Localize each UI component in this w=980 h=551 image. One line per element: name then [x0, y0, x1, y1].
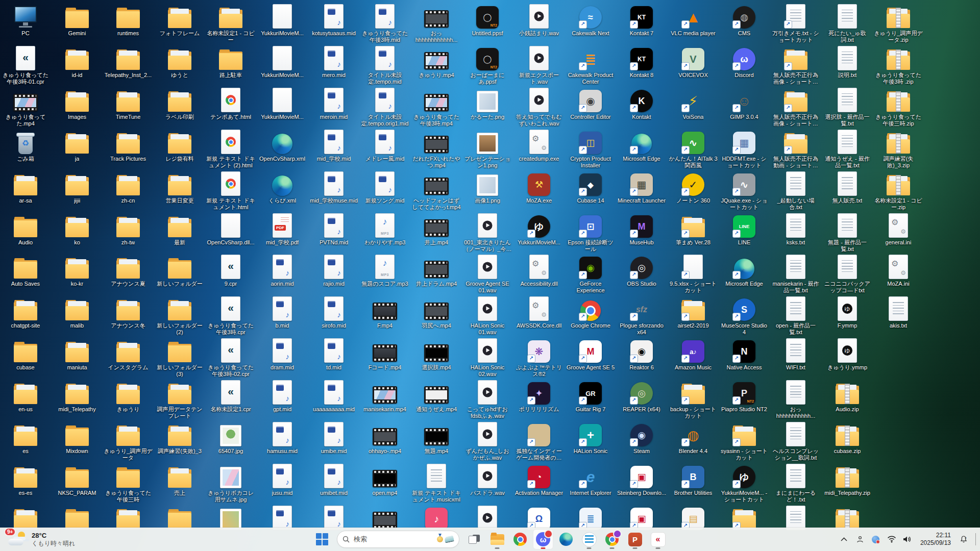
desktop-icon[interactable]: M↗Groove Agent SE 5	[566, 338, 615, 371]
desktop-icon[interactable]: 名称未設定1 - コピー	[206, 4, 255, 43]
desktop-icon[interactable]: YukkuriMovieM...	[258, 4, 307, 37]
desktop-icon[interactable]: インスタグラム	[104, 338, 153, 371]
desktop-icon[interactable]: «きゅうり食ってた午後3時-02.cpr	[206, 338, 255, 378]
desktop-icon[interactable]: おっhhhhhhhhhhh...	[771, 380, 820, 419]
desktop-icon[interactable]: ◆↗Cubase 14	[566, 171, 615, 204]
desktop-icon[interactable]: ♪kotusytuaaus.mid	[309, 4, 358, 37]
desktop-icon[interactable]: N↗Native Access	[720, 338, 769, 371]
desktop-icon[interactable]: きゅうり_調声用データ	[104, 422, 153, 461]
desktop-icon[interactable]: ヘルスコンプレッション__歌詞.txt	[771, 422, 820, 461]
desktop-icon[interactable]: ↗無人販売不正行為画像 - ショートカット	[771, 88, 820, 127]
desktop-icon[interactable]: ko	[53, 213, 102, 246]
desktop-icon[interactable]: es-es	[1, 464, 50, 496]
desktop-icon[interactable]: 調声練習(失敗)_3	[155, 422, 204, 455]
desktop-icon[interactable]: ◎↗OBS Studio	[617, 255, 666, 287]
taskbar-weather-widget[interactable]: 9+ 28°C くもり時々晴れ	[3, 528, 80, 551]
desktop-icon[interactable]: きゅうり食ってた午後3時.mp4	[412, 88, 461, 127]
desktop-icon[interactable]: id-id	[53, 46, 102, 79]
desktop-icon[interactable]: Gemini	[53, 4, 102, 37]
desktop-icon[interactable]: ♪mid_学校muse.mid	[309, 171, 358, 204]
desktop-icon[interactable]: M↗MuseHub	[617, 213, 666, 246]
desktop-icon[interactable]: ↗Microsoft Edge	[617, 130, 666, 162]
desktop-icon[interactable]: ♪dram.mid	[258, 338, 307, 371]
desktop-icon[interactable]: Telepathy_Inst_2...	[104, 46, 153, 79]
desktop-icon[interactable]: きゅうり食ってた午後三時	[104, 464, 153, 503]
cubase-button[interactable]: «	[648, 529, 668, 549]
desktop-icon[interactable]: 路上駐車	[206, 46, 255, 79]
desktop-icon[interactable]: 小銭詰まり.wav	[514, 4, 564, 37]
desktop-icon[interactable]: ohhayo-.mp4	[360, 422, 409, 455]
desktop-icon[interactable]: きゅうりボカコレ用サムネ.jpg	[206, 464, 255, 503]
show-desktop-button[interactable]	[975, 533, 976, 545]
task-view-button[interactable]	[464, 529, 484, 549]
desktop-icon[interactable]: 新しいフォルダー	[155, 255, 204, 287]
desktop-icon[interactable]: ❋↗ぷよぷよ™テトリス®2	[514, 338, 564, 378]
desktop-icon[interactable]: open - 親作品一覧.txt	[771, 296, 820, 336]
desktop-icon[interactable]: アナウンス夏	[104, 255, 153, 287]
desktop-icon[interactable]: PDFmid_学校.pdf	[258, 213, 307, 246]
desktop-icon[interactable]: a♪↗Amazon Music	[669, 338, 718, 371]
desktop-icon[interactable]: ↗Google Chrome	[566, 296, 615, 329]
taskbar-clock[interactable]: 22:11 2025/09/13	[916, 532, 955, 547]
desktop-icon[interactable]: 最新	[155, 213, 204, 246]
desktop-icon[interactable]: ♪meroin.mid	[309, 88, 358, 120]
desktop-icon[interactable]: 井上ドラム.mp4	[412, 255, 461, 287]
desktop-icon[interactable]: Audio	[1, 213, 50, 246]
desktop-icon[interactable]: きゅうり	[104, 380, 153, 413]
desktop-icon[interactable]: B↗Brother Utilities	[669, 464, 718, 496]
desktop-icon[interactable]: ≣↗Cakewalk Product Center	[566, 46, 615, 85]
desktop-icon[interactable]: ♪td.mid	[309, 338, 358, 371]
desktop-icon[interactable]: ヘッドフォンはずしててよかっt.mp4	[412, 171, 461, 211]
discord-button[interactable]: ω	[533, 529, 553, 549]
desktop-icon[interactable]: 死にたい_ゅ歌詞.txt	[823, 4, 872, 43]
desktop-icon[interactable]: +↗HALion Sonic	[566, 422, 615, 455]
desktop-icon[interactable]: ◉↗Controller Editor	[566, 88, 615, 120]
desktop-icon[interactable]: 羽尻へ.mp4	[412, 296, 461, 329]
desktop-icon[interactable]: プレゼンテーション1.png	[463, 130, 512, 169]
desktop-icon[interactable]: ♪PVTNd.mid	[309, 213, 358, 246]
desktop-icon[interactable]: 新しいフォルダー (3)	[155, 338, 204, 378]
desktop-icon[interactable]: フォトフレーム	[155, 4, 204, 37]
chevron-up-icon[interactable]	[837, 532, 851, 547]
desktop-icon[interactable]: おっhhhhhhhhhhhh...	[412, 4, 461, 43]
notification-bell-dnd-icon[interactable]: z	[957, 532, 971, 547]
desktop-icon[interactable]: こってゅhdすおfdsbふぁ.wav	[463, 380, 512, 419]
file-explorer-button[interactable]	[487, 529, 507, 549]
desktop-icon[interactable]: midi_Telepathy	[53, 380, 102, 413]
desktop-icon[interactable]: ◉↗Steam	[617, 422, 666, 455]
desktop-icon[interactable]: ▦↗HDDFMT.exe - ショートカット	[720, 130, 769, 169]
desktop-icon[interactable]: 新規エクスポート.wav	[514, 46, 564, 85]
desktop-icon[interactable]: ↗無人販売不正行為動画 - ショートカット	[771, 130, 820, 169]
desktop-icon[interactable]: ◎↗REAPER (x64)	[617, 380, 666, 413]
desktop-icon[interactable]: ksks.txt	[771, 213, 820, 246]
person-icon[interactable]	[853, 532, 867, 547]
desktop-icon[interactable]: ♪きゅうり食ってた午後3時.mid	[360, 4, 409, 43]
desktop-icon[interactable]: ゆ↗YukkuriMovieM... - ショートカット	[720, 464, 769, 503]
desktop-icon[interactable]: ♪uaaaaaaaaa.mid	[309, 380, 358, 413]
chrome-button[interactable]	[510, 529, 530, 549]
desktop-icon[interactable]: ar-sa	[1, 171, 50, 204]
desktop-icon[interactable]: 新規 テキスト ドキュメント.html	[206, 171, 255, 211]
desktop-icon[interactable]: cubase.zip	[823, 422, 872, 455]
desktop-icon[interactable]: ↗9.5.xlsx - ショートカット	[669, 255, 718, 294]
desktop-icon[interactable]: ↗Microsoft Edge	[720, 255, 769, 287]
desktop-icon[interactable]: ゆうと	[155, 46, 204, 79]
desktop-icon[interactable]: ↗無人販売不正行為画像 - ショートカッ...	[771, 46, 820, 85]
desktop-icon[interactable]: _起動しない場合.txt	[771, 171, 820, 211]
desktop-icon[interactable]: malib	[53, 296, 102, 329]
desktop-icon[interactable]: LINE↗LINE	[720, 213, 769, 246]
desktop-icon[interactable]: Auto Saves	[1, 255, 50, 287]
desktop-icon[interactable]: 売上	[155, 464, 204, 496]
desktop-icon[interactable]: 画像1.png	[463, 171, 512, 204]
desktop-icon[interactable]: ずんだもん_しおかぜふ.wav	[463, 422, 512, 461]
volume-icon[interactable]	[900, 532, 915, 547]
desktop-icon[interactable]: ⚙⚙AWSSDK.Core.dll	[514, 296, 564, 329]
desktop-icon[interactable]: ゆきゅうり.ymmp	[823, 338, 872, 371]
desktop-icon[interactable]: midi_Telepathy.zip	[823, 464, 872, 496]
desktop-icon[interactable]: きゅうり食ってた午後3時 .zip	[874, 46, 923, 85]
desktop-icon[interactable]: ニコニコバックアップコ―ドtxt	[823, 255, 872, 294]
desktop-icon[interactable]: ▦↗Minecraft Launcher	[617, 171, 666, 204]
desktop-icon[interactable]: ◯NT2おーばーまにあ.ppsf	[463, 46, 512, 85]
desktop-icon[interactable]: 65407.jpg	[206, 422, 255, 455]
desktop-icon[interactable]: ♪MP3無題のスコア.mp3	[360, 255, 409, 287]
